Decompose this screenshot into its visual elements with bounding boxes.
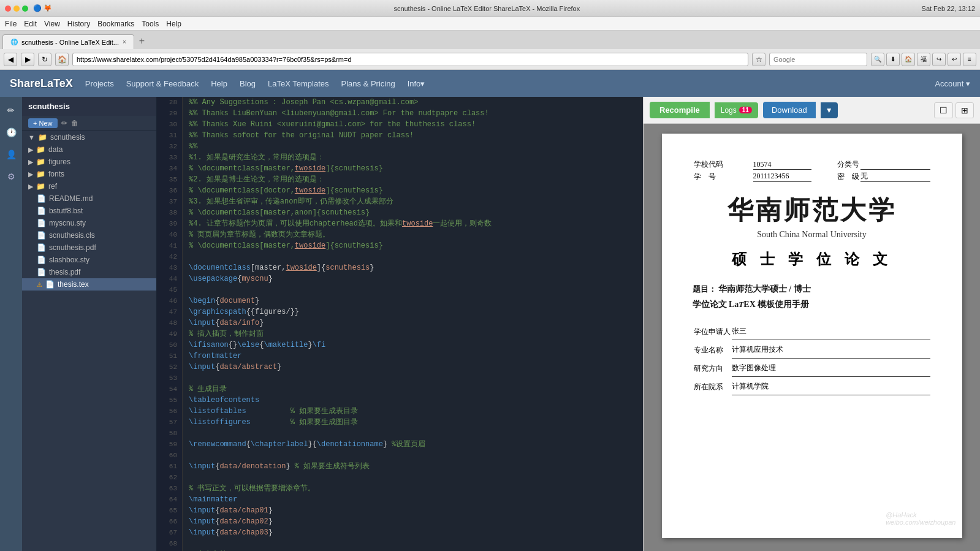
pdf-info-table: 学位申请人 张三 专业名称 计算机应用技术 研究方向 数字图像处理 所在院系 计…: [693, 322, 932, 397]
nav-extra-2[interactable]: ⬇: [886, 53, 900, 66]
menu-file[interactable]: File: [5, 20, 17, 28]
view-split-button[interactable]: ⊞: [955, 102, 974, 118]
rename-icon[interactable]: ✏: [61, 119, 67, 127]
line-51: \frontmatter: [189, 351, 637, 362]
nav-extra-4[interactable]: ↪: [932, 53, 946, 66]
menu-tools[interactable]: Tools: [142, 20, 159, 28]
file-thesis-pdf[interactable]: 📄 thesis.pdf: [22, 266, 156, 278]
classification-label: 分类号: [837, 160, 859, 169]
nav-extra-6[interactable]: ≡: [963, 53, 976, 66]
pdf-logo-area: 华南师范大学 South China Normal University: [693, 193, 932, 240]
thesis-type: 硕 士 学 位 论 文: [693, 249, 932, 269]
file-scnuthesis-cls-icon: 📄: [37, 231, 46, 240]
new-tab-button[interactable]: +: [134, 33, 150, 49]
line-44: \usepackage{myscnu}: [189, 273, 637, 284]
line-numbers: 2829303132 3334353637 3839404142 4344454…: [157, 97, 183, 551]
file-thesis-tex[interactable]: ⚠ 📄 thesis.tex: [22, 278, 156, 291]
file-myscnu-name: myscnu.sty: [49, 219, 86, 227]
file-slashbox[interactable]: 📄 slashbox.sty: [22, 254, 156, 266]
view-single-button[interactable]: ☐: [934, 102, 953, 118]
school-code-label: 学校代码: [694, 160, 723, 169]
nav-blog[interactable]: Blog: [240, 77, 256, 91]
reload-button[interactable]: ↻: [38, 53, 51, 66]
line-67: \input{data/chap03}: [189, 527, 637, 538]
folder-data[interactable]: ▶ 📁 data: [22, 143, 156, 156]
pdf-page: 学校代码 10574 分类号 学: [662, 134, 962, 538]
browser-tab-active[interactable]: 🌐 scnuthesis - Online LaTeX Edit... ×: [2, 34, 134, 49]
tab-label: scnuthesis - Online LaTeX Edit...: [21, 39, 119, 46]
account-menu[interactable]: Account ▾: [935, 79, 970, 88]
sidebar-icon-users[interactable]: 👤: [2, 146, 20, 163]
logs-label: Logs: [721, 106, 737, 115]
folder-figures[interactable]: ▶ 📁 figures: [22, 156, 156, 168]
file-readme[interactable]: 📄 README.md: [22, 192, 156, 205]
line-39: %4. 让章节标题作为页眉，可以使用chapterhead选项。如果和twosi…: [189, 218, 637, 229]
line-62: [189, 472, 637, 483]
download-arrow-button[interactable]: ▼: [821, 102, 838, 118]
folder-figures-name: figures: [48, 158, 70, 166]
sidebar-icon-history[interactable]: 🕐: [2, 124, 20, 141]
forward-button[interactable]: ▶: [21, 53, 34, 66]
back-button[interactable]: ◀: [4, 53, 17, 66]
nav-support[interactable]: Support & Feedback: [126, 77, 199, 91]
folder-fonts[interactable]: ▶ 📁 fonts: [22, 168, 156, 180]
line-48: \input{data/info}: [189, 317, 637, 329]
folder-ref[interactable]: ▶ 📁 ref: [22, 180, 156, 192]
right-toolbar: Recompile Logs 11 Download ▼ ☐ ⊞: [644, 97, 980, 124]
tab-close-button[interactable]: ×: [123, 39, 126, 45]
line-32: %%: [189, 141, 637, 152]
bookmark-icon[interactable]: ☆: [752, 53, 765, 66]
folder-name: scnuthesis: [50, 133, 85, 142]
line-61: \input{data/denotation} % 如果要生成符号列表: [189, 461, 637, 472]
line-64: \mainmatter: [189, 494, 637, 505]
line-45: [189, 284, 637, 295]
file-myscnu[interactable]: 📄 myscnu.sty: [22, 217, 156, 229]
nav-help[interactable]: Help: [211, 77, 227, 91]
logs-button[interactable]: Logs 11: [715, 102, 758, 118]
nav-projects[interactable]: Projects: [85, 77, 114, 91]
folder-scnuthesis[interactable]: ▼ 📁 scnuthesis: [22, 131, 156, 143]
file-bstutf8[interactable]: 📄 bstutf8.bst: [22, 205, 156, 217]
nav-latex-templates[interactable]: LaTeX Templates: [268, 77, 329, 91]
app-logo[interactable]: ShareLaTeX: [10, 77, 73, 90]
nav-home2[interactable]: 🏠: [902, 53, 915, 66]
menu-view[interactable]: View: [44, 20, 60, 28]
pdf-preview[interactable]: 学校代码 10574 分类号 学: [644, 124, 980, 551]
search-input[interactable]: [769, 53, 867, 66]
editor-area[interactable]: 2829303132 3334353637 3839404142 4344454…: [157, 97, 643, 551]
home-button[interactable]: 🏠: [55, 53, 69, 66]
line-40: % 页页眉为章节标题，偶数页为文章标题。: [189, 229, 637, 240]
delete-icon[interactable]: 🗑: [71, 119, 78, 127]
recompile-button[interactable]: Recompile: [650, 102, 710, 118]
menu-history[interactable]: History: [67, 20, 90, 28]
folder-arrow: ▼: [28, 134, 35, 141]
security-label: 密 级: [837, 172, 859, 181]
file-readme-icon: 📄: [37, 194, 46, 203]
title-label: 题目：: [693, 284, 716, 294]
nav-extra-1[interactable]: 🔍: [871, 53, 884, 66]
nav-extra-3[interactable]: 福: [917, 53, 930, 66]
new-file-button[interactable]: + New: [28, 118, 58, 128]
sidebar-icon-edit[interactable]: ✏: [2, 102, 20, 119]
url-bar[interactable]: [72, 53, 748, 66]
menu-bookmarks[interactable]: Bookmarks: [97, 20, 134, 28]
nav-plans[interactable]: Plans & Pricing: [341, 77, 395, 91]
right-panel: Recompile Logs 11 Download ▼ ☐ ⊞ 学校代码: [643, 97, 980, 551]
university-english: South China Normal University: [693, 230, 932, 240]
nav-extra-5[interactable]: ↩: [948, 53, 961, 66]
line-36: % \documentclass[doctor,twoside]{scnuthe…: [189, 185, 637, 196]
line-54: % 生成目录: [189, 384, 637, 395]
menu-edit[interactable]: Edit: [24, 20, 37, 28]
file-scnuthesis-cls[interactable]: 📄 scnuthesis.cls: [22, 229, 156, 241]
nav-info[interactable]: Info▾: [408, 77, 425, 91]
download-button[interactable]: Download: [763, 102, 816, 118]
folder-figures-icon: 📁: [36, 158, 45, 166]
file-scnuthesis-pdf[interactable]: 📄 scnuthesis.pdf: [22, 241, 156, 254]
code-content[interactable]: %% Any Suggestions : Joseph Pan <cs.wzpa…: [183, 97, 643, 551]
file-scnuthesis-pdf-name: scnuthesis.pdf: [49, 243, 96, 252]
file-tree: scnuthesis + New ✏ 🗑 ▼ 📁 scnuthesis ▶ 📁 …: [22, 97, 157, 551]
menu-help[interactable]: Help: [166, 20, 181, 28]
applicant-label: 学位申请人: [694, 323, 731, 340]
sidebar-icon-settings[interactable]: ⚙: [2, 168, 20, 185]
file-scnuthesis-cls-name: scnuthesis.cls: [49, 231, 95, 240]
